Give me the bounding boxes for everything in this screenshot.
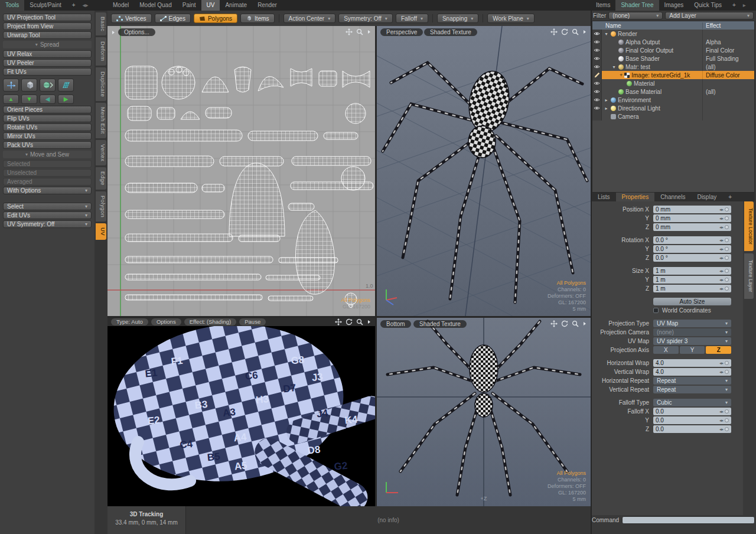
rotation-x-field[interactable]: 0.0 °◂▸: [653, 236, 731, 244]
edit-pencil-icon[interactable]: [592, 71, 602, 79]
tab-channels[interactable]: Channels: [654, 193, 691, 201]
projection-camera-dropdown[interactable]: (none): [653, 328, 731, 336]
tab-paint[interactable]: Paint: [177, 0, 201, 11]
viewport-menu-arrow-icon[interactable]: [111, 30, 116, 35]
uv-map-dropdown[interactable]: UV spider 3: [653, 337, 731, 345]
mini-dial-icon[interactable]: [725, 278, 729, 282]
action-center-dropdown[interactable]: Action Center: [284, 14, 336, 23]
side-tab-duplicate[interactable]: Duplicate: [96, 67, 106, 101]
tab-tools[interactable]: Tools: [0, 0, 24, 11]
auto-size-button[interactable]: Auto Size: [653, 298, 731, 305]
shading-mode-selector[interactable]: Shaded Texture: [413, 320, 467, 328]
visibility-eye-icon[interactable]: [592, 63, 602, 71]
effect-value[interactable]: (all): [702, 87, 754, 96]
pan-icon[interactable]: [550, 28, 558, 35]
pan-icon[interactable]: [346, 28, 353, 35]
tree-row-final-color-output[interactable]: Final Color Output Final Color: [592, 46, 754, 54]
side-tab-deform[interactable]: Deform: [96, 37, 106, 66]
filter-dropdown[interactable]: (none): [608, 12, 663, 19]
mini-dial-icon[interactable]: [725, 418, 729, 422]
mini-dial-icon[interactable]: [725, 238, 729, 242]
orbit-icon[interactable]: [561, 28, 568, 35]
effect-value[interactable]: Full Shading: [702, 54, 754, 63]
visibility-eye-icon[interactable]: [592, 46, 602, 54]
field-spinner[interactable]: ◂▸: [719, 247, 729, 252]
edit-uvs-dropdown[interactable]: Edit UVs: [3, 211, 92, 219]
symmetry-dropdown[interactable]: Symmetry: Off: [338, 14, 393, 23]
tab-add-left[interactable]: +: [67, 0, 81, 11]
position-z-field[interactable]: 0 mm◂▸: [653, 223, 731, 231]
expander-icon[interactable]: ▾: [604, 31, 609, 37]
effect-value[interactable]: [702, 112, 754, 121]
size-z-field[interactable]: 1 m◂▸: [653, 285, 731, 292]
preview-pause-button[interactable]: Pause: [239, 318, 266, 325]
view-type-selector[interactable]: Bottom: [380, 320, 411, 328]
effect-value[interactable]: Alpha: [702, 38, 754, 46]
move-and-sew-section-header[interactable]: Move and Sew: [3, 151, 92, 158]
tab-animate[interactable]: Animate: [220, 0, 252, 11]
tree-row-environment[interactable]: ▸Environment: [592, 96, 754, 104]
size-y-field[interactable]: 1 m◂▸: [653, 276, 731, 284]
world-coordinates-checkbox[interactable]: [653, 308, 659, 313]
tab-model-quad[interactable]: Model Quad: [134, 0, 177, 11]
viewport-menu-arrow-icon[interactable]: [582, 321, 587, 326]
perspective-canvas[interactable]: [377, 26, 591, 316]
uv-peeler-button[interactable]: UV Peeler: [3, 59, 92, 67]
orbit-icon[interactable]: [346, 318, 353, 325]
tab-add-right[interactable]: +: [727, 0, 741, 11]
field-spinner[interactable]: ◂▸: [719, 409, 729, 414]
uv-transform-tool-button[interactable]: [3, 79, 19, 92]
edge-tab-texture-layer[interactable]: Texture Layer: [744, 253, 754, 299]
uv-projection-tool-button[interactable]: UV Projection Tool: [3, 14, 92, 21]
preview-type-dropdown[interactable]: Type: Auto: [111, 318, 148, 325]
size-x-field[interactable]: 1 m◂▸: [653, 267, 731, 275]
effect-value[interactable]: [702, 104, 754, 112]
work-plane-dropdown[interactable]: Work Plane: [487, 14, 535, 23]
mini-dial-icon[interactable]: [725, 216, 729, 220]
tab-add[interactable]: +: [722, 193, 738, 201]
position-y-field[interactable]: 0 mm◂▸: [653, 214, 731, 222]
effect-value[interactable]: [702, 79, 754, 87]
mini-dial-icon[interactable]: [725, 269, 729, 273]
orbit-icon[interactable]: [561, 320, 568, 327]
tab-shader-tree[interactable]: Shader Tree: [615, 0, 659, 11]
field-spinner[interactable]: ◂▸: [719, 238, 729, 243]
select-dropdown[interactable]: Select: [3, 203, 92, 210]
tab-sculpt-paint[interactable]: Sculpt/Paint: [24, 0, 66, 11]
mini-dial-icon[interactable]: [725, 361, 729, 365]
falloff-type-dropdown[interactable]: Cubic: [653, 399, 731, 406]
mini-dial-icon[interactable]: [725, 409, 729, 413]
view-type-selector[interactable]: Perspective: [380, 28, 423, 36]
axis-z-button[interactable]: Z: [706, 346, 731, 354]
tab-model[interactable]: Model: [107, 0, 134, 11]
visibility-eye-icon[interactable]: [592, 96, 602, 104]
effect-column-header[interactable]: Effect: [702, 22, 754, 29]
field-spinner[interactable]: ◂▸: [719, 278, 729, 282]
zoom-icon[interactable]: [572, 320, 579, 327]
visibility-eye-icon[interactable]: [592, 38, 602, 46]
spread-section-header[interactable]: Spread: [3, 41, 92, 48]
unwrap-tool-button[interactable]: Unwrap Tool: [3, 31, 92, 39]
preview-effect-dropdown[interactable]: Effect: (Shading): [184, 318, 237, 325]
visibility-eye-icon[interactable]: [592, 104, 602, 112]
tab-lists[interactable]: Lists: [592, 193, 616, 201]
field-spinner[interactable]: ◂▸: [719, 269, 729, 273]
tree-row-alpha-output[interactable]: Alpha Output Alpha: [592, 38, 754, 46]
falloff-x-field[interactable]: 0.0◂▸: [653, 408, 731, 415]
tab-items[interactable]: Items: [591, 0, 615, 11]
expander-icon[interactable]: ▾: [611, 64, 617, 70]
items-mode-button[interactable]: Items: [240, 14, 274, 23]
field-spinner[interactable]: ◂▸: [719, 256, 729, 261]
move-up-button[interactable]: ▲: [3, 95, 19, 104]
tab-properties[interactable]: Properties: [616, 193, 655, 201]
falloff-y-field[interactable]: 0.0◂▸: [653, 416, 731, 424]
mini-dial-icon[interactable]: [725, 286, 729, 291]
zoom-icon[interactable]: [356, 28, 363, 35]
polygons-mode-button[interactable]: Polygons: [194, 14, 237, 23]
axis-y-button[interactable]: Y: [680, 346, 705, 354]
field-spinner[interactable]: ◂▸: [719, 225, 729, 230]
move-down-button[interactable]: ▼: [21, 95, 37, 104]
falloff-z-field[interactable]: 0.0◂▸: [653, 425, 731, 433]
side-tab-basic[interactable]: Basic: [96, 12, 106, 35]
visibility-eye-icon[interactable]: [592, 87, 602, 96]
